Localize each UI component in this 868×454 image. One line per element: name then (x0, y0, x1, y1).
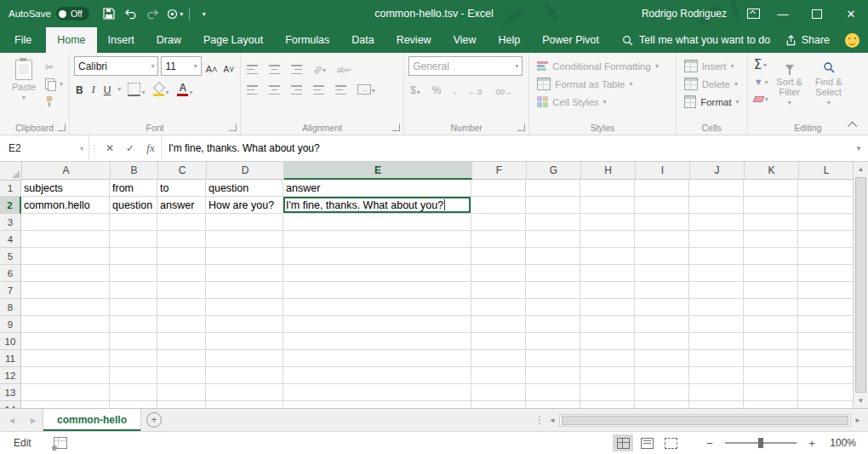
sheet-tab-common-hello[interactable]: common-hello (43, 409, 141, 431)
cell-B2[interactable]: question (110, 197, 157, 214)
horizontal-scrollbar[interactable]: ◄ ► (545, 409, 868, 431)
column-header-B[interactable]: B (111, 162, 158, 180)
cell-E8[interactable] (283, 299, 471, 316)
column-header-A[interactable]: A (22, 162, 111, 180)
cell-K5[interactable] (744, 248, 798, 265)
merge-center-button[interactable]: ↔▾ (356, 79, 377, 95)
cell-G10[interactable] (526, 333, 580, 350)
tab-insert[interactable]: Insert (97, 27, 146, 53)
cell-K2[interactable] (744, 197, 798, 214)
cell-E6[interactable] (283, 265, 471, 282)
column-header-H[interactable]: H (581, 162, 636, 180)
cell-F3[interactable] (471, 214, 526, 231)
cell-D4[interactable] (206, 231, 283, 248)
cell-B7[interactable] (110, 282, 157, 299)
cell-A6[interactable] (21, 265, 110, 282)
cell-B4[interactable] (110, 231, 157, 248)
cell-F10[interactable] (471, 333, 526, 350)
undo-button[interactable] (120, 2, 142, 26)
row-header-8[interactable]: 8 (0, 299, 21, 316)
cell-K7[interactable] (744, 282, 798, 299)
cell-L7[interactable] (798, 282, 853, 299)
cell-I9[interactable] (635, 316, 689, 333)
cell-F4[interactable] (471, 231, 526, 248)
wrap-text-button[interactable]: ab↵ (335, 59, 354, 74)
zoom-slider-thumb[interactable] (758, 438, 763, 448)
cell-F7[interactable] (471, 282, 526, 299)
cell-J4[interactable] (689, 231, 744, 248)
cell-F5[interactable] (471, 248, 526, 265)
cell-H13[interactable] (580, 384, 635, 401)
autosave-toggle[interactable]: AutoSave Off (9, 7, 89, 20)
cell-C10[interactable] (157, 333, 206, 350)
cell-L13[interactable] (798, 384, 853, 401)
cell-F11[interactable] (471, 350, 526, 367)
page-layout-view-button[interactable] (637, 434, 657, 451)
delete-cells-button[interactable]: Delete ▾ (681, 75, 743, 93)
format-painter-button[interactable] (43, 94, 65, 108)
cell-H5[interactable] (580, 248, 635, 265)
tab-view[interactable]: View (443, 27, 488, 53)
row-header-9[interactable]: 9 (0, 316, 21, 333)
sheet-nav-right-icon[interactable]: ► (24, 409, 43, 431)
row-header-10[interactable]: 10 (0, 333, 21, 350)
cell-H10[interactable] (580, 333, 635, 350)
cell-H4[interactable] (580, 231, 635, 248)
zoom-out-button[interactable]: − (703, 437, 717, 450)
cell-F1[interactable] (471, 180, 526, 197)
column-header-E[interactable]: E (284, 162, 472, 180)
cell-D2[interactable]: How are you? (206, 197, 283, 214)
cell-E13[interactable] (283, 384, 471, 401)
cell-G5[interactable] (526, 248, 580, 265)
cell-G3[interactable] (526, 214, 580, 231)
font-name-combobox[interactable]: Calibri▾ (74, 56, 158, 76)
cell-G13[interactable] (526, 384, 580, 401)
borders-button[interactable]: ▾ (126, 81, 146, 96)
column-header-J[interactable]: J (690, 162, 745, 180)
cell-J10[interactable] (689, 333, 744, 350)
cell-E4[interactable] (283, 231, 471, 248)
cell-J14[interactable] (689, 401, 744, 408)
clipboard-dialog-launcher[interactable] (58, 124, 66, 131)
cell-L4[interactable] (798, 231, 853, 248)
cell-I13[interactable] (635, 384, 689, 401)
cell-E9[interactable] (283, 316, 471, 333)
cell-K6[interactable] (744, 265, 798, 282)
collapse-ribbon-button[interactable] (846, 119, 861, 131)
cell-A7[interactable] (21, 282, 110, 299)
decrease-decimal-button[interactable]: .00→ (492, 81, 514, 96)
column-header-I[interactable]: I (636, 162, 690, 180)
decrease-font-size-button[interactable]: A˅ (222, 59, 237, 74)
cell-D7[interactable] (206, 282, 283, 299)
row-header-14[interactable]: 14 (0, 401, 21, 408)
cell-J2[interactable] (689, 197, 744, 214)
italic-button[interactable]: I (90, 81, 97, 96)
cell-C8[interactable] (157, 299, 206, 316)
share-button[interactable]: Share (785, 34, 830, 46)
cell-B11[interactable] (110, 350, 157, 367)
cell-G7[interactable] (526, 282, 580, 299)
cell-H7[interactable] (580, 282, 635, 299)
underline-button[interactable]: U (102, 81, 113, 96)
horizontal-scrollbar-thumb[interactable] (562, 416, 848, 425)
cell-I14[interactable] (635, 401, 689, 408)
cell-K4[interactable] (744, 231, 798, 248)
cell-K14[interactable] (744, 401, 798, 408)
tab-scroll-splitter[interactable]: ⋮ (534, 409, 545, 431)
macro-record-icon[interactable] (54, 437, 67, 449)
cell-A4[interactable] (21, 231, 110, 248)
cell-F12[interactable] (471, 367, 526, 384)
cell-B13[interactable] (110, 384, 157, 401)
cell-I8[interactable] (635, 299, 689, 316)
cell-E7[interactable] (283, 282, 471, 299)
cell-A12[interactable] (21, 367, 110, 384)
cell-C7[interactable] (157, 282, 206, 299)
cell-G8[interactable] (526, 299, 580, 316)
redo-button[interactable] (142, 2, 164, 26)
column-header-G[interactable]: G (527, 162, 581, 180)
minimize-button[interactable]: — (766, 0, 800, 27)
save-button[interactable] (98, 2, 120, 26)
top-align-button[interactable] (245, 59, 260, 74)
cell-D3[interactable] (206, 214, 283, 231)
tab-data[interactable]: Data (340, 27, 385, 53)
